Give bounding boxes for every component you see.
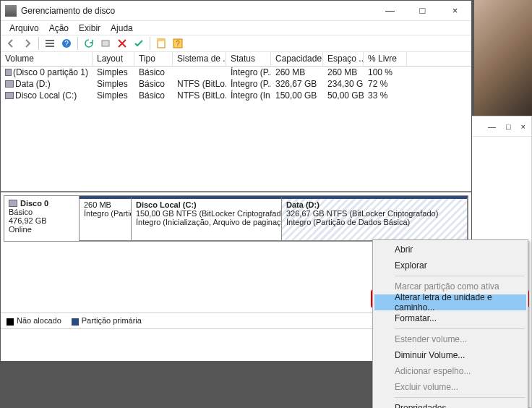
delete-icon[interactable] [115, 36, 129, 51]
svg-rect-5 [102, 41, 109, 46]
forward-button[interactable] [20, 36, 35, 51]
ctx-propriedades[interactable]: Propriedades [374, 400, 526, 408]
col-tipo[interactable]: Tipo [134, 52, 173, 66]
ctx-espelho: Adicionar espelho... [374, 363, 526, 379]
partition-c[interactable]: Disco Local (C:) 150,00 GB NTFS (BitLock… [132, 196, 282, 241]
svg-rect-7 [158, 39, 165, 41]
context-menu: Abrir Explorar Marcar partição como ativ… [372, 239, 528, 408]
volume-list-header: Volume Layout Tipo Sistema de ... Status… [1, 52, 471, 67]
ctx-abrir[interactable]: Abrir [374, 242, 526, 258]
menu-exibir[interactable]: Exibir [74, 22, 105, 34]
disk-row: Disco 0 Básico 476,92 GB Online 260 MB Í… [4, 195, 468, 242]
col-status[interactable]: Status [226, 52, 271, 66]
volume-icon [5, 80, 14, 88]
svg-rect-0 [46, 40, 54, 41]
disk-icon [9, 200, 17, 207]
menu-acao[interactable]: Ação [45, 22, 73, 34]
volume-icon [5, 69, 12, 76]
col-capacidade[interactable]: Capacidade [271, 52, 323, 66]
col-espaco[interactable]: Espaço ... [323, 52, 364, 66]
menubar: Arquivo Ação Exibir Ajuda [1, 21, 471, 35]
help-icon[interactable]: ? [59, 36, 74, 51]
legend-primary: Partição primária [82, 316, 142, 325]
close-button[interactable]: × [521, 122, 525, 131]
menu-ajuda[interactable]: Ajuda [106, 22, 137, 34]
window-title: Gerenciamento de disco [21, 6, 374, 16]
maximize-button[interactable]: □ [406, 1, 439, 21]
minimize-button[interactable]: — [374, 1, 406, 21]
close-button[interactable]: × [439, 1, 471, 21]
disk-type: Básico [9, 208, 74, 216]
help2-icon[interactable]: ? [171, 36, 185, 51]
partition-d[interactable]: Data (D:) 326,67 GB NTFS (BitLocker Crip… [282, 196, 468, 241]
svg-text:?: ? [64, 40, 69, 48]
refresh-icon[interactable] [82, 36, 96, 51]
back-button[interactable] [4, 36, 18, 51]
disk-state: Online [9, 225, 74, 234]
max-button[interactable]: □ [506, 122, 511, 131]
swatch-unallocated-icon [7, 318, 14, 326]
check-icon[interactable] [132, 36, 146, 51]
ctx-alterar-letra[interactable]: Alterar letra de unidade e caminho... [374, 294, 526, 310]
min-button[interactable]: — [488, 122, 496, 131]
views-button[interactable] [43, 36, 57, 51]
rescan-icon[interactable] [98, 36, 113, 51]
col-volume[interactable]: Volume [1, 52, 93, 66]
toolbar: ? ? [1, 35, 471, 52]
svg-text:?: ? [176, 40, 180, 48]
ctx-estender: Estender volume... [374, 331, 526, 347]
svg-rect-2 [46, 46, 54, 47]
app-icon [5, 5, 17, 17]
ctx-formatar[interactable]: Formatar... [374, 310, 526, 326]
table-row[interactable]: Data (D:)SimplesBásicoNTFS (BitLo...Ínte… [1, 78, 471, 90]
table-row[interactable]: (Disco 0 partição 1)SimplesBásicoÍntegro… [1, 67, 471, 78]
disk-size: 476,92 GB [9, 216, 74, 225]
svg-rect-1 [46, 43, 54, 44]
legend-unallocated: Não alocado [17, 316, 61, 325]
ctx-excluir: Excluir volume... [374, 379, 526, 395]
volume-icon [5, 92, 14, 99]
properties-icon[interactable] [154, 36, 168, 51]
titlebar[interactable]: Gerenciamento de disco — □ × [1, 1, 471, 21]
ctx-diminuir[interactable]: Diminuir Volume... [374, 347, 526, 363]
volume-list[interactable]: (Disco 0 partição 1)SimplesBásicoÍntegro… [1, 67, 471, 191]
table-row[interactable]: Disco Local (C:)SimplesBásicoNTFS (BitLo… [1, 90, 471, 101]
partition-0[interactable]: 260 MB Íntegro (Partição de [80, 196, 132, 241]
disk-header: Disco 0 [20, 199, 48, 208]
ctx-explorar[interactable]: Explorar [374, 258, 526, 273]
col-livre[interactable]: % Livre [364, 52, 407, 66]
disk-info[interactable]: Disco 0 Básico 476,92 GB Online [4, 196, 80, 241]
col-sistema[interactable]: Sistema de ... [173, 52, 226, 66]
col-layout[interactable]: Layout [93, 52, 134, 66]
menu-arquivo[interactable]: Arquivo [5, 22, 43, 34]
swatch-primary-icon [72, 318, 79, 326]
